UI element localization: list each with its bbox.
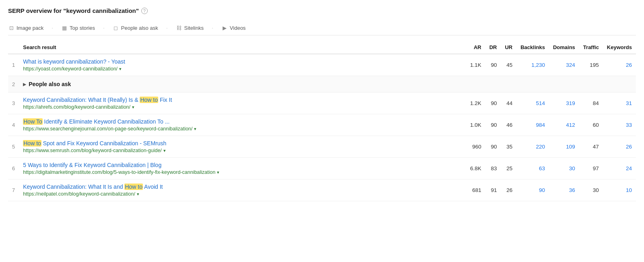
row-domains[interactable]: 30 [549,158,579,179]
feature-sitelinks[interactable]: ⛓Sitelinks [176,25,204,31]
row-domains[interactable]: 109 [549,136,579,158]
row-backlinks[interactable]: 514 [516,93,549,114]
row-domains[interactable]: 412 [549,114,579,136]
row-keywords[interactable]: 24 [603,158,636,179]
highlight-text: How to [140,97,158,103]
row-ur: 25 [501,158,516,179]
row-traffic: 84 [579,93,603,114]
result-title-link[interactable]: Keyword Cannibalization: What It (Really… [23,97,462,103]
page-title: SERP overview for "keyword cannibalizati… [8,7,636,14]
highlight-text: How To [23,118,42,125]
table-row: 5How to Spot and Fix Keyword Cannibaliza… [8,136,636,158]
row-dr: 90 [485,93,501,114]
row-backlinks[interactable]: 220 [516,136,549,158]
col-header-ar: AR [466,41,485,54]
row-traffic: 195 [579,54,603,76]
row-backlinks[interactable]: 984 [516,114,549,136]
title-text-plain: 5 Ways to Identify & Fix Keyword Canniba… [23,162,161,168]
row-dr: 90 [485,136,501,158]
row-ar: 960 [466,136,485,158]
row-result: How To Identify & Eliminate Keyword Cann… [19,114,466,136]
row-dr: 83 [485,158,501,179]
url-dropdown-arrow[interactable]: ▾ [163,148,166,153]
url-dropdown-arrow[interactable]: ▾ [132,105,134,110]
title-text-plain: Keyword Cannibalization: What It (Really… [23,97,140,103]
highlight-text: How to [23,140,41,146]
help-icon[interactable]: ? [141,8,148,14]
videos-icon: ▶ [221,25,228,31]
feature-videos[interactable]: ▶Videos [221,25,246,31]
triangle-icon: ▶ [23,82,26,87]
col-header-ur: UR [501,41,516,54]
feature-people-also-ask[interactable]: ◻People also ask [113,25,158,31]
row-backlinks[interactable]: 1,230 [516,54,549,76]
top-stories-icon: ▦ [61,25,68,31]
row-dr: 90 [485,114,501,136]
features-bar: ⊡Image pack·▦Top stories·◻People also as… [8,21,636,35]
row-ar: 6.8K [466,158,485,179]
people-also-ask-icon: ◻ [113,25,119,31]
result-title-link[interactable]: How to Spot and Fix Keyword Cannibalizat… [23,140,462,146]
serp-table: Search result AR DR UR Backlinks Domains… [8,41,636,201]
table-row: 1What is keyword cannibalization? - Yoas… [8,54,636,76]
row-keywords[interactable]: 31 [603,93,636,114]
url-dropdown-arrow[interactable]: ▾ [194,126,196,132]
title-text-plain: What is keyword cannibalization? - Yoast [23,58,125,65]
url-text: https://ahrefs.com/blog/keyword-cannibal… [23,104,130,110]
url-dropdown-arrow[interactable]: ▾ [217,170,219,175]
row-ur: 35 [501,136,516,158]
row-backlinks[interactable]: 90 [516,179,549,201]
col-header-domains: Domains [549,41,579,54]
url-text: https://neilpatel.com/blog/keyword-canni… [23,191,135,197]
row-dr: 90 [485,54,501,76]
result-title-link[interactable]: How To Identify & Eliminate Keyword Cann… [23,118,462,125]
row-keywords[interactable]: 26 [603,54,636,76]
col-header-keywords: Keywords [603,41,636,54]
row-ur: 46 [501,114,516,136]
row-domains[interactable]: 319 [549,93,579,114]
row-traffic: 60 [579,114,603,136]
row-keywords[interactable]: 10 [603,179,636,201]
row-num: 5 [8,136,19,158]
row-result: How to Spot and Fix Keyword Cannibalizat… [19,136,466,158]
row-ur: 44 [501,93,516,114]
result-title-link[interactable]: What is keyword cannibalization? - Yoast [23,58,462,65]
sitelinks-icon: ⛓ [176,25,182,31]
result-title-link[interactable]: Keyword Cannibalization: What It Is and … [23,184,462,190]
row-ur: 26 [501,179,516,201]
table-row: 7Keyword Cannibalization: What It Is and… [8,179,636,201]
image-pack-icon: ⊡ [8,25,14,31]
row-domains[interactable]: 324 [549,54,579,76]
top-stories-label: Top stories [70,25,95,31]
url-text: https://yoast.com/keyword-cannibalizatio… [23,66,118,72]
url-text: https://www.semrush.com/blog/keyword-can… [23,148,162,153]
row-backlinks[interactable]: 63 [516,158,549,179]
result-url: https://www.searchenginejournal.com/on-p… [23,126,462,132]
result-url: https://digitalmarketinginstitute.com/bl… [23,169,462,175]
feature-image-pack[interactable]: ⊡Image pack [8,25,43,31]
row-dr: 91 [485,179,501,201]
feature-top-stories[interactable]: ▦Top stories [61,25,95,31]
row-domains[interactable]: 36 [549,179,579,201]
row-ar: 1.1K [466,54,485,76]
row-ar: 1.0K [466,114,485,136]
table-row: 65 Ways to Identify & Fix Keyword Cannib… [8,158,636,179]
highlight-text: How to [124,184,143,190]
row-result: Keyword Cannibalization: What It Is and … [19,179,466,201]
row-keywords[interactable]: 26 [603,136,636,158]
row-num: 6 [8,158,19,179]
row-num: 3 [8,93,19,114]
title-text-plain: Fix It [158,97,172,103]
url-dropdown-arrow[interactable]: ▾ [137,192,139,197]
row-result: 5 Ways to Identify & Fix Keyword Canniba… [19,158,466,179]
row-result: Keyword Cannibalization: What It (Really… [19,93,466,114]
title-text-plain: Keyword Cannibalization: What It Is and [23,184,124,190]
result-title-link[interactable]: 5 Ways to Identify & Fix Keyword Canniba… [23,162,462,168]
result-url: https://www.semrush.com/blog/keyword-can… [23,148,462,153]
url-text: https://digitalmarketinginstitute.com/bl… [23,169,215,175]
videos-label: Videos [230,25,246,31]
url-dropdown-arrow[interactable]: ▾ [119,66,122,72]
row-keywords[interactable]: 33 [603,114,636,136]
people-ask-text: People also ask [29,81,71,87]
image-pack-label: Image pack [17,25,43,31]
